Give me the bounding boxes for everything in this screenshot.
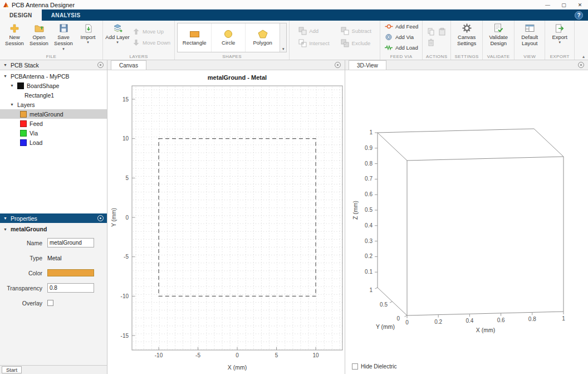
via-icon bbox=[384, 33, 393, 41]
z-ticks bbox=[375, 133, 378, 272]
paste-button[interactable] bbox=[438, 28, 447, 36]
shape-rectangle-button[interactable]: Rectangle bbox=[178, 23, 212, 52]
x-ticks bbox=[159, 347, 316, 351]
tree-node-metalground[interactable]: metalGround bbox=[0, 109, 107, 119]
chevron-down-icon bbox=[282, 47, 285, 51]
z-tick-label: 0.4 bbox=[365, 222, 373, 229]
tree-node-load[interactable]: Load bbox=[0, 138, 107, 147]
group-view: Default Layout VIEW bbox=[514, 21, 545, 60]
z-tick-label: 0.2 bbox=[365, 253, 373, 259]
exclude-button[interactable]: Exclude bbox=[339, 38, 373, 48]
add-boolean-button[interactable]: Add bbox=[296, 26, 331, 36]
window-title: PCB Antenna Designer bbox=[12, 2, 75, 8]
panel-options-icon[interactable] bbox=[97, 62, 104, 68]
add-load-button[interactable]: Add Load bbox=[383, 43, 420, 52]
collapse-arrow-icon[interactable] bbox=[3, 63, 8, 67]
collapse-arrow-icon[interactable] bbox=[3, 216, 8, 220]
metalground-color-swatch bbox=[20, 111, 27, 118]
view3d-plot-area[interactable]: 0.1 0.2 0.3 0.4 0.5 0.6 0.7 0.8 0.9 1 0 … bbox=[345, 70, 588, 374]
start-button[interactable]: Start bbox=[2, 366, 22, 373]
name-field[interactable] bbox=[47, 238, 94, 247]
tab-analysis[interactable]: ANALYSIS bbox=[42, 9, 90, 21]
plot-title: metalGround - Metal bbox=[208, 74, 267, 81]
collapse-arrow-icon[interactable] bbox=[3, 74, 8, 78]
validate-design-button[interactable]: Validate Design bbox=[485, 22, 512, 52]
add-layer-button[interactable]: Add Layer bbox=[105, 22, 130, 52]
load-label: Load bbox=[30, 139, 42, 146]
add-boolean-label: Add bbox=[309, 28, 318, 34]
maximize-button[interactable]: ▢ bbox=[556, 0, 572, 9]
canvas-settings-label: Canvas Settings bbox=[453, 34, 480, 47]
tree-node-via[interactable]: Via bbox=[0, 128, 107, 138]
shape-circle-button[interactable]: Circle bbox=[212, 23, 246, 52]
collapse-arrow-icon[interactable] bbox=[3, 227, 8, 231]
tree-node-feed[interactable]: Feed bbox=[0, 119, 107, 128]
properties-section-header[interactable]: metalGround bbox=[0, 223, 107, 232]
exclude-shapes-icon bbox=[341, 39, 350, 47]
rectangle-shape-icon bbox=[189, 30, 200, 38]
group-actions: ACTIONS bbox=[423, 21, 451, 60]
subtract-shapes-icon bbox=[341, 27, 350, 35]
color-picker-swatch[interactable] bbox=[47, 269, 94, 276]
group-validate: Validate Design VALIDATE bbox=[483, 21, 514, 60]
trash-icon bbox=[428, 38, 434, 46]
tree-node-rectangle1[interactable]: Rectangle1 bbox=[0, 90, 107, 100]
close-button[interactable]: ✕ bbox=[572, 0, 588, 9]
collapse-toolstrip-icon[interactable] bbox=[582, 54, 585, 59]
canvas-settings-button[interactable]: Canvas Settings bbox=[453, 22, 480, 52]
metalground-shape-outline[interactable] bbox=[159, 139, 316, 297]
copy-button[interactable] bbox=[427, 28, 435, 36]
overlay-label: Overlay bbox=[3, 300, 42, 307]
intersect-button[interactable]: Intersect bbox=[296, 38, 331, 48]
hide-dielectric-checkbox[interactable] bbox=[352, 363, 358, 370]
polygon-shape-icon bbox=[258, 30, 268, 38]
tree-node-layers[interactable]: Layers bbox=[0, 100, 107, 109]
y-tick-label: 10 bbox=[122, 135, 129, 142]
panel-options-icon[interactable] bbox=[97, 215, 104, 221]
collapse-arrow-icon[interactable] bbox=[10, 103, 14, 106]
default-layout-button[interactable]: Default Layout bbox=[517, 22, 542, 52]
transparency-field[interactable] bbox=[47, 283, 94, 293]
dropdown-caret-icon bbox=[87, 40, 89, 44]
move-up-button[interactable]: Move Up bbox=[130, 27, 172, 36]
toolstrip: New Session Open Session Save Session Im… bbox=[0, 21, 588, 60]
canvas-plot-area[interactable]: metalGround - Metal -10 -5 0 5 10 15 10 … bbox=[107, 70, 345, 374]
add-layer-label: Add Layer bbox=[105, 34, 129, 40]
open-session-button[interactable]: Open Session bbox=[27, 22, 51, 52]
group-file-label: FILE bbox=[0, 54, 102, 59]
collapse-arrow-icon[interactable] bbox=[10, 84, 14, 88]
hide-dielectric-label: Hide Dielectric bbox=[361, 363, 396, 370]
new-session-button[interactable]: New Session bbox=[2, 22, 27, 52]
panel-options-icon[interactable] bbox=[335, 62, 341, 68]
tab-canvas[interactable]: Canvas bbox=[111, 60, 146, 70]
tree-node-boardshape[interactable]: BoardShape bbox=[0, 81, 107, 90]
export-button[interactable]: Export bbox=[547, 22, 572, 52]
panel-options-icon[interactable] bbox=[578, 62, 584, 68]
delete-button[interactable] bbox=[427, 38, 435, 47]
y-tick-label: -15 bbox=[121, 333, 129, 339]
group-boolean: Add Subtract Intersect Exclude bbox=[290, 21, 380, 60]
statusbar: Start bbox=[0, 365, 107, 374]
x-tick-label-3d: 0.6 bbox=[497, 317, 505, 323]
group-shapes-label: SHAPES bbox=[175, 54, 289, 59]
save-session-button[interactable]: Save Session bbox=[51, 22, 76, 52]
transparency-label: Transparency bbox=[3, 285, 42, 292]
shape-polygon-button[interactable]: Polygon bbox=[246, 23, 280, 52]
gallery-dropdown-button[interactable] bbox=[280, 23, 286, 52]
overlay-checkbox[interactable] bbox=[47, 300, 53, 306]
tab-3d-view[interactable]: 3D-View bbox=[349, 60, 386, 70]
help-button[interactable]: ? bbox=[575, 11, 583, 20]
move-down-button[interactable]: Move Down bbox=[130, 38, 172, 47]
add-feed-button[interactable]: Add Feed bbox=[383, 22, 420, 31]
tree-node-root[interactable]: PCBAntenna - MyPCB bbox=[0, 71, 107, 81]
group-settings-label: SETTINGS bbox=[451, 54, 482, 59]
via-color-swatch bbox=[20, 130, 27, 137]
subtract-button[interactable]: Subtract bbox=[339, 26, 373, 36]
pcb-stack-panel: PCB Stack PCBAntenna - MyPCB BoardShape … bbox=[0, 60, 107, 365]
minimize-button[interactable]: — bbox=[540, 0, 556, 9]
y-tick-label: 15 bbox=[122, 96, 129, 103]
z-tick-label: 0.8 bbox=[365, 161, 373, 167]
tab-design[interactable]: DESIGN bbox=[0, 9, 42, 21]
import-button[interactable]: Import bbox=[76, 22, 100, 52]
add-via-button[interactable]: Add Via bbox=[383, 32, 420, 42]
